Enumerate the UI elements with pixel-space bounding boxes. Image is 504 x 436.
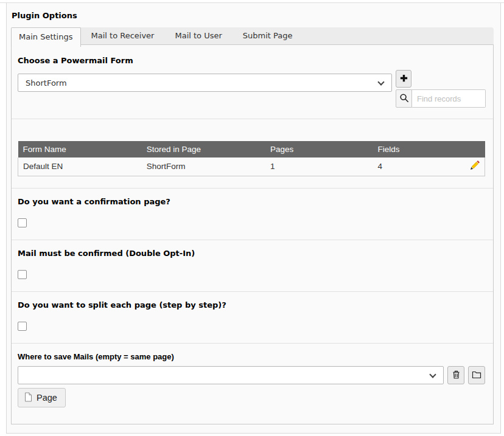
tab-submit-page[interactable]: Submit Page bbox=[233, 27, 303, 44]
clear-page-button[interactable] bbox=[447, 366, 464, 384]
add-form-button[interactable] bbox=[396, 70, 411, 88]
col-form-name: Form Name bbox=[18, 141, 142, 157]
tab-mail-to-user[interactable]: Mail to User bbox=[164, 27, 232, 44]
confirmation-page-checkbox[interactable] bbox=[18, 218, 27, 227]
table-header-row: Form Name Stored in Page Pages Fields bbox=[18, 141, 485, 157]
search-button[interactable] bbox=[396, 89, 412, 108]
cell-fields: 4 bbox=[373, 157, 461, 176]
section-confirmation-page: Do you want a confirmation page? bbox=[12, 188, 493, 240]
section-double-opt-in: Mail must be confirmed (Double Opt-In) bbox=[12, 240, 493, 291]
plugin-options-panel: Plugin Options Main Settings Mail to Rec… bbox=[6, 3, 501, 434]
split-pages-label: Do you want to split each page (step by … bbox=[18, 301, 485, 310]
powermail-form-select[interactable]: ShortForm bbox=[18, 74, 392, 92]
tab-main-settings[interactable]: Main Settings bbox=[11, 27, 81, 47]
cell-edit bbox=[461, 157, 485, 176]
confirmation-page-label: Do you want a confirmation page? bbox=[18, 198, 485, 206]
folder-icon bbox=[472, 370, 481, 381]
save-mails-row bbox=[18, 366, 485, 384]
section-split-pages: Do you want to split each page (step by … bbox=[12, 291, 493, 343]
search-icon bbox=[399, 93, 409, 105]
trash-icon bbox=[452, 370, 461, 381]
choose-form-label: Choose a Powermail Form bbox=[18, 57, 485, 65]
col-stored-in-page: Stored in Page bbox=[142, 141, 265, 157]
find-records-input[interactable] bbox=[412, 89, 486, 108]
form-select-wrap: ShortForm bbox=[18, 74, 392, 92]
records-table: Form Name Stored in Page Pages Fields De… bbox=[18, 141, 485, 176]
find-records-group bbox=[396, 89, 486, 108]
cell-form-name: Default EN bbox=[18, 157, 142, 176]
tab-bar: Main Settings Mail to Receiver Mail to U… bbox=[11, 27, 494, 44]
section-save-mails: Where to save Mails (empty = same page) bbox=[12, 343, 493, 424]
double-opt-in-checkbox[interactable] bbox=[18, 270, 27, 279]
plus-icon bbox=[399, 74, 408, 85]
tab-pane-main-settings: Choose a Powermail Form ShortForm bbox=[11, 44, 494, 424]
cell-stored-in-page: ShortForm bbox=[142, 157, 265, 176]
col-pages: Pages bbox=[265, 141, 373, 157]
page-button-label: Page bbox=[37, 393, 57, 403]
page-icon bbox=[24, 392, 32, 404]
cell-pages: 1 bbox=[265, 157, 373, 176]
browse-pages-button[interactable] bbox=[468, 366, 485, 384]
save-mails-label: Where to save Mails (empty = same page) bbox=[18, 353, 485, 361]
save-mails-select-wrap bbox=[18, 366, 444, 384]
section-choose-form: Choose a Powermail Form ShortForm bbox=[12, 45, 493, 119]
col-actions bbox=[461, 141, 485, 157]
table-row: Default EN ShortForm 1 4 bbox=[18, 157, 485, 176]
panel-title: Plugin Options bbox=[11, 3, 494, 27]
col-fields: Fields bbox=[373, 141, 461, 157]
save-mails-select[interactable] bbox=[18, 366, 444, 384]
double-opt-in-label: Mail must be confirmed (Double Opt-In) bbox=[18, 249, 485, 258]
tab-mail-to-receiver[interactable]: Mail to Receiver bbox=[81, 27, 165, 44]
split-pages-checkbox[interactable] bbox=[18, 322, 27, 331]
page-button[interactable]: Page bbox=[18, 388, 66, 407]
edit-pencil-icon[interactable] bbox=[470, 161, 480, 172]
section-records-table: Form Name Stored in Page Pages Fields De… bbox=[12, 119, 493, 188]
